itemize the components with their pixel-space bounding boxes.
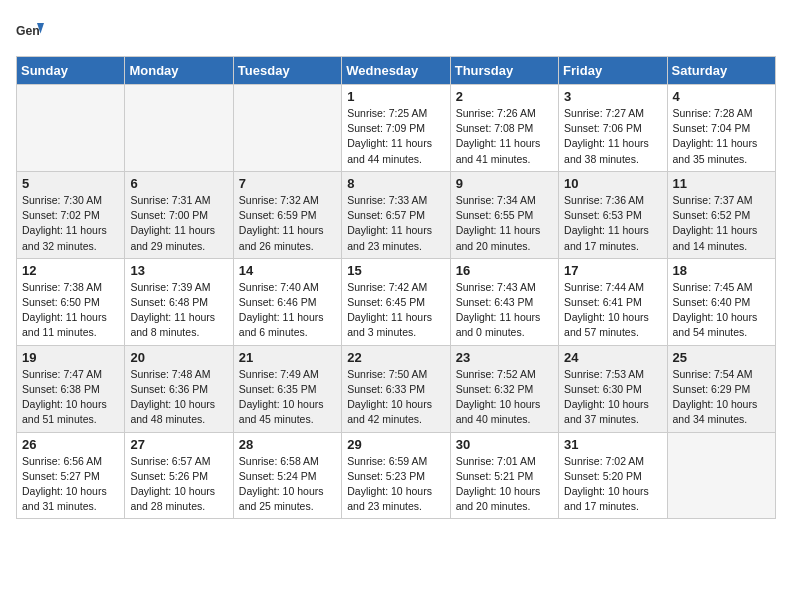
calendar-cell: 26Sunrise: 6:56 AM Sunset: 5:27 PM Dayli… xyxy=(17,432,125,519)
day-number: 18 xyxy=(673,263,770,278)
day-header-monday: Monday xyxy=(125,57,233,85)
calendar-cell: 17Sunrise: 7:44 AM Sunset: 6:41 PM Dayli… xyxy=(559,258,667,345)
calendar-cell xyxy=(667,432,775,519)
calendar-week-row: 26Sunrise: 6:56 AM Sunset: 5:27 PM Dayli… xyxy=(17,432,776,519)
calendar-cell: 1Sunrise: 7:25 AM Sunset: 7:09 PM Daylig… xyxy=(342,85,450,172)
calendar-week-row: 19Sunrise: 7:47 AM Sunset: 6:38 PM Dayli… xyxy=(17,345,776,432)
day-number: 3 xyxy=(564,89,661,104)
calendar-cell: 9Sunrise: 7:34 AM Sunset: 6:55 PM Daylig… xyxy=(450,171,558,258)
header: Gen xyxy=(16,16,776,44)
day-info: Sunrise: 7:50 AM Sunset: 6:33 PM Dayligh… xyxy=(347,367,444,428)
day-number: 13 xyxy=(130,263,227,278)
day-number: 5 xyxy=(22,176,119,191)
day-header-tuesday: Tuesday xyxy=(233,57,341,85)
day-info: Sunrise: 7:40 AM Sunset: 6:46 PM Dayligh… xyxy=(239,280,336,341)
day-number: 20 xyxy=(130,350,227,365)
calendar-cell: 13Sunrise: 7:39 AM Sunset: 6:48 PM Dayli… xyxy=(125,258,233,345)
day-number: 9 xyxy=(456,176,553,191)
svg-text:Gen: Gen xyxy=(16,24,40,38)
day-info: Sunrise: 7:28 AM Sunset: 7:04 PM Dayligh… xyxy=(673,106,770,167)
calendar-header-row: SundayMondayTuesdayWednesdayThursdayFrid… xyxy=(17,57,776,85)
day-info: Sunrise: 7:37 AM Sunset: 6:52 PM Dayligh… xyxy=(673,193,770,254)
calendar-cell: 14Sunrise: 7:40 AM Sunset: 6:46 PM Dayli… xyxy=(233,258,341,345)
calendar-cell: 12Sunrise: 7:38 AM Sunset: 6:50 PM Dayli… xyxy=(17,258,125,345)
day-number: 24 xyxy=(564,350,661,365)
day-info: Sunrise: 6:57 AM Sunset: 5:26 PM Dayligh… xyxy=(130,454,227,515)
day-info: Sunrise: 7:48 AM Sunset: 6:36 PM Dayligh… xyxy=(130,367,227,428)
day-info: Sunrise: 7:32 AM Sunset: 6:59 PM Dayligh… xyxy=(239,193,336,254)
day-number: 29 xyxy=(347,437,444,452)
day-info: Sunrise: 6:56 AM Sunset: 5:27 PM Dayligh… xyxy=(22,454,119,515)
day-info: Sunrise: 7:44 AM Sunset: 6:41 PM Dayligh… xyxy=(564,280,661,341)
day-info: Sunrise: 7:25 AM Sunset: 7:09 PM Dayligh… xyxy=(347,106,444,167)
day-info: Sunrise: 7:45 AM Sunset: 6:40 PM Dayligh… xyxy=(673,280,770,341)
day-number: 6 xyxy=(130,176,227,191)
day-info: Sunrise: 7:31 AM Sunset: 7:00 PM Dayligh… xyxy=(130,193,227,254)
calendar-cell: 4Sunrise: 7:28 AM Sunset: 7:04 PM Daylig… xyxy=(667,85,775,172)
day-info: Sunrise: 7:54 AM Sunset: 6:29 PM Dayligh… xyxy=(673,367,770,428)
calendar-cell: 24Sunrise: 7:53 AM Sunset: 6:30 PM Dayli… xyxy=(559,345,667,432)
day-info: Sunrise: 7:38 AM Sunset: 6:50 PM Dayligh… xyxy=(22,280,119,341)
day-info: Sunrise: 7:49 AM Sunset: 6:35 PM Dayligh… xyxy=(239,367,336,428)
calendar-cell: 6Sunrise: 7:31 AM Sunset: 7:00 PM Daylig… xyxy=(125,171,233,258)
day-info: Sunrise: 6:59 AM Sunset: 5:23 PM Dayligh… xyxy=(347,454,444,515)
calendar: SundayMondayTuesdayWednesdayThursdayFrid… xyxy=(16,56,776,519)
day-info: Sunrise: 7:42 AM Sunset: 6:45 PM Dayligh… xyxy=(347,280,444,341)
day-number: 12 xyxy=(22,263,119,278)
calendar-cell: 30Sunrise: 7:01 AM Sunset: 5:21 PM Dayli… xyxy=(450,432,558,519)
day-header-friday: Friday xyxy=(559,57,667,85)
calendar-cell: 22Sunrise: 7:50 AM Sunset: 6:33 PM Dayli… xyxy=(342,345,450,432)
day-number: 25 xyxy=(673,350,770,365)
logo: Gen xyxy=(16,16,48,44)
day-info: Sunrise: 7:36 AM Sunset: 6:53 PM Dayligh… xyxy=(564,193,661,254)
day-info: Sunrise: 7:33 AM Sunset: 6:57 PM Dayligh… xyxy=(347,193,444,254)
day-info: Sunrise: 7:34 AM Sunset: 6:55 PM Dayligh… xyxy=(456,193,553,254)
calendar-cell: 29Sunrise: 6:59 AM Sunset: 5:23 PM Dayli… xyxy=(342,432,450,519)
calendar-cell: 25Sunrise: 7:54 AM Sunset: 6:29 PM Dayli… xyxy=(667,345,775,432)
day-info: Sunrise: 6:58 AM Sunset: 5:24 PM Dayligh… xyxy=(239,454,336,515)
day-number: 30 xyxy=(456,437,553,452)
day-info: Sunrise: 7:53 AM Sunset: 6:30 PM Dayligh… xyxy=(564,367,661,428)
day-info: Sunrise: 7:39 AM Sunset: 6:48 PM Dayligh… xyxy=(130,280,227,341)
day-number: 21 xyxy=(239,350,336,365)
day-info: Sunrise: 7:26 AM Sunset: 7:08 PM Dayligh… xyxy=(456,106,553,167)
day-header-thursday: Thursday xyxy=(450,57,558,85)
day-number: 1 xyxy=(347,89,444,104)
calendar-cell: 27Sunrise: 6:57 AM Sunset: 5:26 PM Dayli… xyxy=(125,432,233,519)
calendar-cell: 10Sunrise: 7:36 AM Sunset: 6:53 PM Dayli… xyxy=(559,171,667,258)
day-number: 2 xyxy=(456,89,553,104)
logo-icon: Gen xyxy=(16,16,44,44)
calendar-cell: 21Sunrise: 7:49 AM Sunset: 6:35 PM Dayli… xyxy=(233,345,341,432)
calendar-cell xyxy=(125,85,233,172)
day-info: Sunrise: 7:27 AM Sunset: 7:06 PM Dayligh… xyxy=(564,106,661,167)
calendar-cell: 11Sunrise: 7:37 AM Sunset: 6:52 PM Dayli… xyxy=(667,171,775,258)
day-info: Sunrise: 7:43 AM Sunset: 6:43 PM Dayligh… xyxy=(456,280,553,341)
day-number: 26 xyxy=(22,437,119,452)
calendar-week-row: 1Sunrise: 7:25 AM Sunset: 7:09 PM Daylig… xyxy=(17,85,776,172)
calendar-cell: 3Sunrise: 7:27 AM Sunset: 7:06 PM Daylig… xyxy=(559,85,667,172)
calendar-cell: 19Sunrise: 7:47 AM Sunset: 6:38 PM Dayli… xyxy=(17,345,125,432)
calendar-week-row: 12Sunrise: 7:38 AM Sunset: 6:50 PM Dayli… xyxy=(17,258,776,345)
day-number: 31 xyxy=(564,437,661,452)
day-header-sunday: Sunday xyxy=(17,57,125,85)
calendar-cell xyxy=(17,85,125,172)
day-number: 28 xyxy=(239,437,336,452)
calendar-cell: 16Sunrise: 7:43 AM Sunset: 6:43 PM Dayli… xyxy=(450,258,558,345)
calendar-cell: 28Sunrise: 6:58 AM Sunset: 5:24 PM Dayli… xyxy=(233,432,341,519)
day-info: Sunrise: 7:47 AM Sunset: 6:38 PM Dayligh… xyxy=(22,367,119,428)
day-number: 17 xyxy=(564,263,661,278)
calendar-cell: 23Sunrise: 7:52 AM Sunset: 6:32 PM Dayli… xyxy=(450,345,558,432)
calendar-cell: 15Sunrise: 7:42 AM Sunset: 6:45 PM Dayli… xyxy=(342,258,450,345)
day-number: 27 xyxy=(130,437,227,452)
calendar-week-row: 5Sunrise: 7:30 AM Sunset: 7:02 PM Daylig… xyxy=(17,171,776,258)
day-header-saturday: Saturday xyxy=(667,57,775,85)
day-number: 7 xyxy=(239,176,336,191)
day-number: 14 xyxy=(239,263,336,278)
day-number: 15 xyxy=(347,263,444,278)
day-info: Sunrise: 7:52 AM Sunset: 6:32 PM Dayligh… xyxy=(456,367,553,428)
calendar-cell: 31Sunrise: 7:02 AM Sunset: 5:20 PM Dayli… xyxy=(559,432,667,519)
calendar-cell xyxy=(233,85,341,172)
calendar-cell: 8Sunrise: 7:33 AM Sunset: 6:57 PM Daylig… xyxy=(342,171,450,258)
day-header-wednesday: Wednesday xyxy=(342,57,450,85)
day-number: 10 xyxy=(564,176,661,191)
